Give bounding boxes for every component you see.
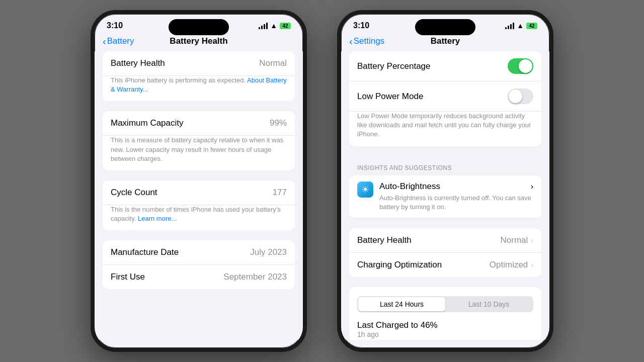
content-2: Battery Percentage Low Power Mode Low Po…: [341, 51, 549, 340]
dynamic-island-2: [415, 19, 475, 35]
auto-brightness-title-row: Auto-Brightness ›: [379, 182, 533, 192]
back-chevron-2: ‹: [349, 36, 353, 46]
dynamic-island: [169, 19, 229, 35]
battery-health-value: Normal: [259, 58, 287, 68]
auto-brightness-icon: ☀: [357, 182, 373, 198]
max-capacity-description: This is a measure of battery capacity re…: [103, 136, 295, 170]
time-1: 3:10: [107, 21, 123, 30]
charging-optimization-row[interactable]: Charging Optimization Optimized ›: [349, 253, 541, 277]
back-button-2[interactable]: ‹ Settings: [349, 36, 384, 46]
battery-percentage-section: Battery Percentage Low Power Mode Low Po…: [349, 51, 541, 146]
auto-brightness-row[interactable]: ☀ Auto-Brightness › Auto-Brightness is c…: [349, 175, 541, 218]
time-tabs: Last 24 Hours Last 10 Days: [357, 296, 533, 312]
time-tabs-container: Last 24 Hours Last 10 Days Last Charged …: [349, 287, 541, 340]
battery-health-section: Battery Health Normal This iPhone batter…: [103, 51, 295, 101]
max-capacity-section: Maximum Capacity 99% This is a measure o…: [103, 111, 295, 170]
first-use-row: First Use September 2023: [103, 265, 295, 289]
battery-percentage-toggle[interactable]: [508, 58, 533, 74]
signal-icon-2: [505, 22, 514, 29]
cycle-count-row: Cycle Count 177: [103, 180, 295, 205]
nav-title-1: Battery Health: [170, 36, 227, 46]
charging-optimization-chevron: ›: [531, 261, 533, 269]
low-power-row: Low Power Mode: [349, 81, 541, 112]
battery-health-row: Battery Health Normal: [103, 51, 295, 76]
tab-24h[interactable]: Last 24 Hours: [358, 297, 445, 311]
nav-bar-1: ‹ Battery Battery Health: [95, 34, 303, 51]
auto-brightness-description: Auto-Brightness is currently turned off.…: [379, 194, 533, 212]
battery-icon-2: 42: [526, 23, 537, 29]
last-charged-subtitle: 1h ago: [357, 330, 533, 338]
battery-health-description: This iPhone battery is performing as exp…: [103, 76, 295, 101]
low-power-label: Low Power Mode: [357, 92, 423, 102]
cycle-count-label: Cycle Count: [111, 188, 157, 198]
insights-header: INSIGHTS AND SUGGESTIONS: [349, 156, 541, 175]
cycle-count-value: 177: [273, 188, 287, 198]
battery-health-row-2[interactable]: Battery Health Normal ›: [349, 228, 541, 253]
back-chevron-1: ‹: [103, 36, 106, 46]
phone-2: 3:10 ▲ 42 ‹ Settings Battery Battery Per…: [337, 10, 553, 352]
battery-percentage-label: Battery Percentage: [357, 61, 431, 71]
auto-brightness-chevron: ›: [531, 182, 533, 191]
nav-bar-2: ‹ Settings Battery: [341, 34, 549, 51]
phone-1: 3:10 ▲ 42 ‹ Battery Battery Health Batte…: [91, 10, 307, 352]
last-charged-title: Last Charged to 46%: [357, 320, 533, 330]
charging-optimization-label: Charging Optimization: [357, 260, 442, 270]
battery-health-charging-section: Battery Health Normal › Charging Optimiz…: [349, 228, 541, 277]
tab-10d[interactable]: Last 10 Days: [445, 297, 532, 311]
cycle-count-section: Cycle Count 177 This is the number of ti…: [103, 180, 295, 230]
back-label-1: Battery: [107, 36, 134, 46]
manufacture-date-row: Manufacture Date July 2023: [103, 240, 295, 265]
manufacture-date-label: Manufacture Date: [111, 247, 179, 257]
low-power-description: Low Power Mode temporarily reduces backg…: [349, 112, 541, 146]
status-icons-2: ▲ 42: [505, 22, 537, 30]
signal-icon-1: [259, 22, 268, 29]
auto-brightness-label: Auto-Brightness: [379, 182, 440, 192]
learn-more-link[interactable]: Learn more...: [138, 215, 177, 222]
max-capacity-row: Maximum Capacity 99%: [103, 111, 295, 136]
last-charged: Last Charged to 46% 1h ago: [357, 316, 533, 340]
auto-brightness-section: ☀ Auto-Brightness › Auto-Brightness is c…: [349, 175, 541, 218]
battery-icon-1: 42: [280, 23, 291, 29]
back-label-2: Settings: [354, 36, 384, 46]
max-capacity-label: Maximum Capacity: [111, 118, 184, 128]
toggle-thumb-on: [519, 59, 532, 73]
cycle-count-description: This is the number of times iPhone has u…: [103, 205, 295, 230]
battery-health-value-2: Normal ›: [501, 235, 533, 245]
wifi-icon-2: ▲: [517, 22, 524, 30]
first-use-value: September 2023: [223, 272, 287, 282]
back-button-1[interactable]: ‹ Battery: [103, 36, 134, 46]
battery-percentage-row: Battery Percentage: [349, 51, 541, 81]
auto-brightness-content: Auto-Brightness › Auto-Brightness is cur…: [379, 182, 533, 212]
charging-optimization-value: Optimized ›: [490, 260, 533, 270]
battery-health-label-2: Battery Health: [357, 235, 412, 245]
max-capacity-value: 99%: [270, 118, 287, 128]
content-1: Battery Health Normal This iPhone batter…: [95, 51, 303, 340]
wifi-icon-1: ▲: [270, 22, 277, 30]
first-use-label: First Use: [111, 272, 145, 282]
time-2: 3:10: [353, 21, 369, 30]
battery-health-label: Battery Health: [111, 58, 165, 68]
nav-title-2: Battery: [431, 36, 460, 46]
manufacture-date-value: July 2023: [250, 247, 287, 257]
usage-section: Last 24 Hours Last 10 Days Last Charged …: [349, 287, 541, 340]
toggle-thumb-off: [509, 89, 522, 103]
battery-health-chevron: ›: [531, 236, 533, 244]
manufacture-section: Manufacture Date July 2023 First Use Sep…: [103, 240, 295, 289]
low-power-toggle[interactable]: [508, 88, 533, 104]
status-icons-1: ▲ 42: [259, 22, 291, 30]
